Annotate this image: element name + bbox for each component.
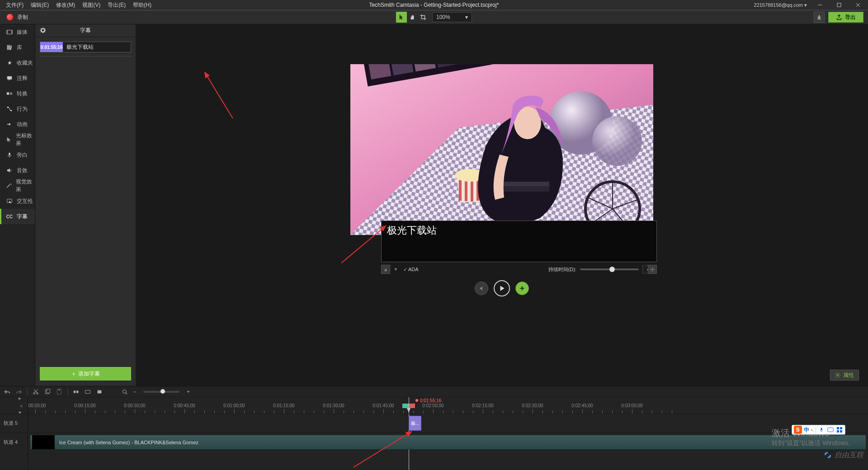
add-track-button[interactable]: ＋ bbox=[19, 402, 25, 409]
svg-rect-64 bbox=[76, 390, 78, 393]
sidebar-item-label: 库 bbox=[17, 44, 22, 52]
sidebar-item-interactivity[interactable]: 交互性 bbox=[0, 193, 35, 209]
chevron-down-icon[interactable]: ▼ bbox=[394, 267, 398, 272]
cut-button[interactable] bbox=[32, 388, 39, 395]
video-frame-image bbox=[350, 64, 653, 235]
ime-mic-icon[interactable] bbox=[818, 426, 825, 433]
track-header-5[interactable]: 轨道 5 bbox=[0, 414, 28, 432]
track-4[interactable]: Ice Cream (with Selena Gomez) - BLACKPIN… bbox=[28, 432, 868, 451]
menu-view[interactable]: 视图(V) bbox=[79, 1, 104, 9]
caption-overlay[interactable]: 极光下载站 bbox=[381, 221, 657, 262]
sidebar-item-label: 音效 bbox=[17, 167, 28, 174]
ruler-label: 0:00:45;00 bbox=[174, 403, 195, 408]
svg-point-49 bbox=[651, 268, 653, 270]
add-caption-button[interactable]: ＋添加字幕 bbox=[40, 367, 131, 381]
menu-edit[interactable]: 编辑(E) bbox=[27, 1, 52, 9]
undo-button[interactable] bbox=[4, 388, 11, 395]
sidebar-item-behaviors[interactable]: 行为 bbox=[0, 101, 35, 117]
ruler-label: 0:02:00;00 bbox=[422, 403, 443, 408]
tool-button[interactable] bbox=[84, 388, 91, 395]
svg-rect-16 bbox=[9, 153, 10, 155]
annotation-icon bbox=[6, 75, 13, 82]
minus-icon[interactable]: − bbox=[133, 389, 136, 395]
prev-button[interactable] bbox=[475, 282, 488, 295]
zoom-out-icon[interactable] bbox=[121, 388, 128, 395]
add-marker-button[interactable] bbox=[515, 282, 529, 295]
account-label[interactable]: 2215788156@qq.com ▾ bbox=[754, 2, 809, 8]
sidebar-item-label: 动画 bbox=[17, 121, 28, 128]
sidebar-item-audio-effects[interactable]: 音效 bbox=[0, 163, 35, 178]
svg-rect-65 bbox=[85, 390, 90, 393]
mic-icon bbox=[6, 151, 13, 159]
menu-file[interactable]: 文件(F) bbox=[2, 1, 27, 9]
svg-rect-10 bbox=[10, 46, 12, 50]
timeline-zoom-slider[interactable] bbox=[143, 391, 179, 393]
maximize-button[interactable] bbox=[831, 0, 847, 10]
svg-rect-11 bbox=[7, 76, 12, 80]
sidebar-item-narration[interactable]: 旁白 bbox=[0, 147, 35, 163]
sidebar-item-transitions[interactable]: 转换 bbox=[0, 86, 35, 101]
menu-export[interactable]: 导出(E) bbox=[104, 1, 129, 9]
svg-rect-78 bbox=[840, 430, 842, 432]
sidebar-item-label: 转换 bbox=[17, 90, 28, 98]
timeline-toolbar: − + bbox=[0, 386, 868, 397]
sidebar-item-cursor-effects[interactable]: 光标效果 bbox=[0, 132, 35, 147]
download-button[interactable] bbox=[814, 12, 825, 23]
sidebar-item-annotations[interactable]: 注释 bbox=[0, 70, 35, 86]
ruler-label: 0:01:15;00 bbox=[273, 403, 294, 408]
track-header-4[interactable]: 轨道 4 bbox=[0, 432, 28, 451]
play-button[interactable] bbox=[494, 280, 510, 296]
tool-button[interactable] bbox=[96, 388, 103, 395]
paste-button[interactable] bbox=[56, 388, 63, 395]
caption-entry[interactable]: 0:01:55;16 极光下载站 bbox=[40, 42, 131, 52]
timeline-ruler[interactable]: 0:00:00;000:00:15;000:00:30;000:00:45;00… bbox=[28, 397, 868, 414]
caption-settings-button[interactable] bbox=[648, 265, 657, 274]
caption-text-input[interactable]: 极光下载站 bbox=[63, 42, 131, 52]
sidebar-item-animations[interactable]: 动画 bbox=[0, 117, 35, 132]
ruler-label: 0:02:30;00 bbox=[522, 403, 543, 408]
video-clip[interactable]: Ice Cream (with Selena Gomez) - BLACKPIN… bbox=[30, 435, 866, 450]
interact-icon bbox=[6, 197, 13, 205]
plus-icon[interactable]: + bbox=[187, 389, 190, 395]
crop-tool[interactable] bbox=[418, 12, 429, 23]
sidebar-item-favorites[interactable]: ★收藏夹 bbox=[0, 55, 35, 70]
pointer-tool[interactable] bbox=[396, 12, 407, 23]
pan-tool[interactable] bbox=[407, 12, 418, 23]
collapse-tracks-icon[interactable]: ▸ bbox=[19, 395, 25, 401]
video-preview[interactable] bbox=[350, 64, 653, 235]
copy-button[interactable] bbox=[44, 388, 51, 395]
ime-keyboard-icon[interactable] bbox=[827, 426, 834, 433]
media-icon bbox=[6, 28, 13, 36]
toolbar: 录制 100%▾ 导出 bbox=[0, 10, 868, 24]
svg-rect-74 bbox=[828, 428, 833, 432]
redo-button[interactable] bbox=[15, 388, 23, 395]
panel-gear-icon[interactable] bbox=[40, 27, 46, 33]
ime-grid-icon[interactable] bbox=[836, 426, 843, 433]
ime-lang[interactable]: 中 bbox=[804, 426, 809, 434]
menubar: 文件(F) 编辑(E) 修改(M) 视图(V) 导出(E) 帮助(H) Tech… bbox=[0, 0, 868, 10]
duration-slider[interactable] bbox=[580, 268, 639, 270]
svg-rect-6 bbox=[11, 30, 13, 34]
export-button[interactable]: 导出 bbox=[828, 12, 863, 23]
close-button[interactable] bbox=[850, 0, 866, 10]
menu-modify[interactable]: 修改(M) bbox=[52, 1, 79, 9]
timeline-tracks-area[interactable]: 0:00:00;000:00:15;000:00:30;000:00:45;00… bbox=[28, 397, 868, 470]
record-button[interactable]: 录制 bbox=[0, 10, 34, 24]
duration-label: 持续时间(D): bbox=[548, 266, 576, 273]
menu-help[interactable]: 帮助(H) bbox=[129, 1, 155, 9]
track-5[interactable]: 极... bbox=[28, 414, 868, 432]
sidebar-item-captions[interactable]: CC字幕 bbox=[0, 209, 35, 224]
zoom-select[interactable]: 100%▾ bbox=[432, 12, 472, 22]
cc-icon: CC bbox=[6, 213, 13, 220]
minimize-button[interactable] bbox=[812, 0, 828, 10]
sidebar-item-visual-effects[interactable]: 视觉效果 bbox=[0, 178, 35, 193]
caption-clip[interactable]: 极... bbox=[409, 416, 421, 431]
sidebar-item-label: 注释 bbox=[17, 75, 28, 82]
font-button[interactable]: a bbox=[381, 265, 390, 274]
properties-button[interactable]: 属性 bbox=[830, 370, 859, 381]
sidebar-item-library[interactable]: 库 bbox=[0, 40, 35, 55]
sidebar-item-media[interactable]: 媒体 bbox=[0, 24, 35, 40]
split-button[interactable] bbox=[72, 388, 80, 395]
animation-icon bbox=[6, 121, 13, 128]
ime-toolbar[interactable]: S 中 •, bbox=[792, 425, 845, 435]
